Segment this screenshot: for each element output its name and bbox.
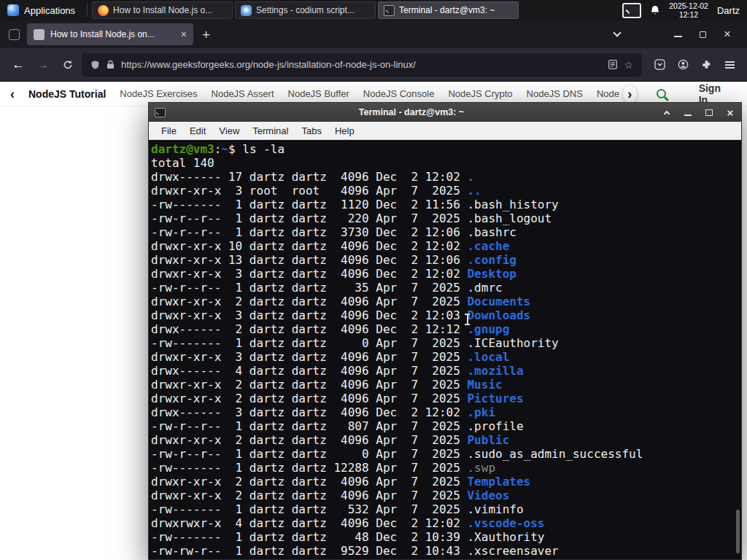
- terminal-line: drwxr-xr-x 2 dartz dartz 4096 Apr 7 2025…: [151, 295, 741, 308]
- terminal-line: drwxr-xr-x 13 dartz dartz 4096 Dec 2 12:…: [151, 253, 741, 267]
- terminal-prompt-line: dartz@vm3:~$ ls -la: [151, 142, 741, 156]
- desktop: How to Install Node.js on... × + × ← → h…: [0, 0, 747, 560]
- terminal-close-button[interactable]: ×: [725, 106, 735, 118]
- notifications-bell-icon[interactable]: [650, 5, 660, 16]
- mouse-cursor: [464, 314, 471, 325]
- terminal-minimize-button[interactable]: [683, 106, 693, 118]
- nav-item-nodejs-dns[interactable]: NodeJS DNS: [527, 88, 583, 99]
- firefox-icon: [98, 5, 109, 16]
- terminal-line: drwx------ 3 dartz dartz 4096 Dec 2 12:0…: [151, 405, 741, 419]
- list-all-tabs-icon[interactable]: [613, 28, 621, 36]
- menu-help[interactable]: Help: [328, 125, 361, 136]
- terminal-line: drwxr-xr-x 10 dartz dartz 4096 Dec 2 12:…: [151, 239, 741, 253]
- bookmark-star-icon[interactable]: ☆: [624, 59, 633, 71]
- terminal-screen[interactable]: dartz@vm3:~$ ls -latotal 140drwx------ 1…: [149, 140, 741, 559]
- tabbar-controls: ×: [614, 25, 747, 44]
- terminal-menubar: File Edit View Terminal Tabs Help: [149, 122, 741, 140]
- browser-minimize-button[interactable]: [668, 25, 687, 44]
- terminal-line: drwx------ 4 dartz dartz 4096 Apr 7 2025…: [151, 364, 741, 378]
- nav-prev-icon[interactable]: ‹: [10, 88, 15, 101]
- task-label: Terminal - dartz@vm3: ~: [399, 5, 495, 15]
- tab-favicon-icon: [34, 29, 44, 40]
- terminal-line: total 140: [151, 156, 741, 170]
- nav-item-nodejs-crypto[interactable]: NodeJS Crypto: [448, 88, 512, 99]
- terminal-line: drwxrwxr-x 4 dartz dartz 4096 Dec 2 12:0…: [151, 516, 741, 530]
- menu-terminal[interactable]: Terminal: [246, 125, 295, 136]
- terminal-line: drwxr-xr-x 2 dartz dartz 4096 Apr 7 2025…: [151, 378, 741, 392]
- back-button[interactable]: ←: [6, 53, 31, 77]
- terminal-line: -rw------- 1 dartz dartz 0 Apr 7 2025 .I…: [151, 336, 741, 350]
- nav-item-nodejs-buffer[interactable]: NodeJS Buffer: [288, 88, 349, 99]
- terminal-titlebar[interactable]: Terminal - dartz@vm3: ~ ×: [149, 103, 741, 122]
- terminal-line: drwxr-xr-x 3 dartz dartz 4096 Apr 7 2025…: [151, 350, 741, 364]
- terminal-title: Terminal - dartz@vm3: ~: [166, 107, 657, 117]
- tab-close-icon[interactable]: ×: [181, 29, 187, 39]
- applications-icon: [7, 4, 19, 16]
- nav-item-nodejs-console[interactable]: NodeJS Console: [363, 88, 435, 99]
- taskbar-item-firefox[interactable]: How to Install Node.js o...: [92, 1, 233, 19]
- nav-item-nodejs-assert[interactable]: NodeJS Assert: [212, 88, 274, 99]
- new-tab-button[interactable]: +: [202, 28, 210, 42]
- extensions-icon[interactable]: [694, 53, 718, 77]
- applications-menu-button[interactable]: Applications: [0, 0, 82, 20]
- reader-mode-icon[interactable]: [608, 60, 617, 69]
- account-icon[interactable]: [671, 53, 694, 77]
- terminal-line: -rw------- 1 dartz dartz 1120 Dec 2 11:5…: [151, 198, 741, 211]
- terminal-line: -rw-r--r-- 1 dartz dartz 35 Apr 7 2025 .…: [151, 281, 741, 295]
- user-menu[interactable]: Dartz: [717, 5, 740, 16]
- lock-icon[interactable]: [107, 60, 115, 69]
- terminal-window: Terminal - dartz@vm3: ~ × File Edit View…: [148, 102, 742, 560]
- nav-item-nodejs-truncated[interactable]: Node: [597, 88, 619, 99]
- menu-icon[interactable]: [718, 53, 741, 77]
- task-label: How to Install Node.js o...: [113, 5, 212, 15]
- taskbar-item-terminal[interactable]: Terminal - dartz@vm3: ~: [378, 1, 519, 19]
- terminal-line: -rw-r--r-- 1 dartz dartz 0 Apr 7 2025 .s…: [151, 447, 741, 461]
- terminal-line: drwx------ 2 dartz dartz 4096 Dec 2 12:1…: [151, 322, 741, 336]
- terminal-shade-button[interactable]: [662, 106, 672, 118]
- terminal-line: drwxr-xr-x 2 dartz dartz 4096 Apr 7 2025…: [151, 475, 741, 489]
- nav-next-icon[interactable]: ›: [623, 85, 637, 103]
- terminal-output: dartz@vm3:~$ ls -latotal 140drwx------ 1…: [151, 142, 741, 558]
- terminal-maximize-button[interactable]: [704, 106, 714, 118]
- terminal-line: -rw------- 1 dartz dartz 12288 Apr 7 202…: [151, 461, 741, 475]
- systray-terminal-icon[interactable]: [622, 3, 641, 18]
- search-icon[interactable]: [657, 89, 666, 98]
- terminal-line: -rw-r--r-- 1 dartz dartz 807 Apr 7 2025 …: [151, 419, 741, 433]
- system-tray: 2025-12-02 12:12 Dartz: [622, 0, 747, 20]
- url-text[interactable]: https://www.geeksforgeeks.org/node-js/in…: [121, 59, 602, 70]
- browser-close-button[interactable]: ×: [718, 25, 737, 44]
- terminal-window-controls: ×: [662, 106, 735, 118]
- terminal-scrollbar[interactable]: [736, 510, 740, 553]
- terminal-line: -rw------- 1 dartz dartz 48 Dec 2 10:39 …: [151, 530, 741, 544]
- nav-item-nodejs-tutorial[interactable]: NodeJS Tutorial: [28, 88, 106, 100]
- menu-edit[interactable]: Edit: [183, 125, 212, 136]
- menu-tabs[interactable]: Tabs: [295, 125, 328, 136]
- terminal-line: drwxr-xr-x 3 dartz dartz 4096 Dec 2 12:0…: [151, 267, 741, 281]
- terminal-app-icon: [155, 108, 166, 117]
- forward-button[interactable]: →: [31, 53, 55, 77]
- pocket-icon[interactable]: [648, 53, 671, 77]
- clock-date: 2025-12-02: [669, 1, 708, 10]
- clock-time: 12:12: [669, 10, 708, 19]
- nav-item-nodejs-exercises[interactable]: NodeJS Exercises: [120, 88, 197, 99]
- clock[interactable]: 2025-12-02 12:12: [669, 1, 708, 19]
- settings-icon: [241, 5, 252, 16]
- menu-file[interactable]: File: [155, 125, 183, 136]
- shield-icon[interactable]: [90, 60, 100, 70]
- firefox-view-icon[interactable]: [9, 29, 20, 40]
- browser-tab[interactable]: How to Install Node.js on... ×: [27, 23, 193, 45]
- task-label: Settings - codium script...: [256, 5, 355, 15]
- terminal-line: drwx------ 17 dartz dartz 4096 Dec 2 12:…: [151, 170, 741, 184]
- terminal-line: drwxr-xr-x 3 root root 4096 Apr 7 2025 .…: [151, 184, 741, 198]
- reload-button[interactable]: [55, 53, 80, 77]
- terminal-line: -rw-r--r-- 1 dartz dartz 3730 Dec 2 12:0…: [151, 225, 741, 239]
- taskbar: How to Install Node.js o... Settings - c…: [92, 0, 519, 20]
- url-bar[interactable]: https://www.geeksforgeeks.org/node-js/in…: [82, 53, 642, 77]
- browser-restore-button[interactable]: [693, 25, 712, 44]
- menu-view[interactable]: View: [212, 125, 246, 136]
- terminal-icon: [384, 5, 395, 16]
- terminal-line: drwxr-xr-x 2 dartz dartz 4096 Apr 7 2025…: [151, 433, 741, 447]
- terminal-line: -rw------- 1 dartz dartz 532 Apr 7 2025 …: [151, 502, 741, 516]
- terminal-line: drwxr-xr-x 3 dartz dartz 4096 Dec 2 12:0…: [151, 308, 741, 322]
- taskbar-item-settings[interactable]: Settings - codium script...: [235, 1, 376, 19]
